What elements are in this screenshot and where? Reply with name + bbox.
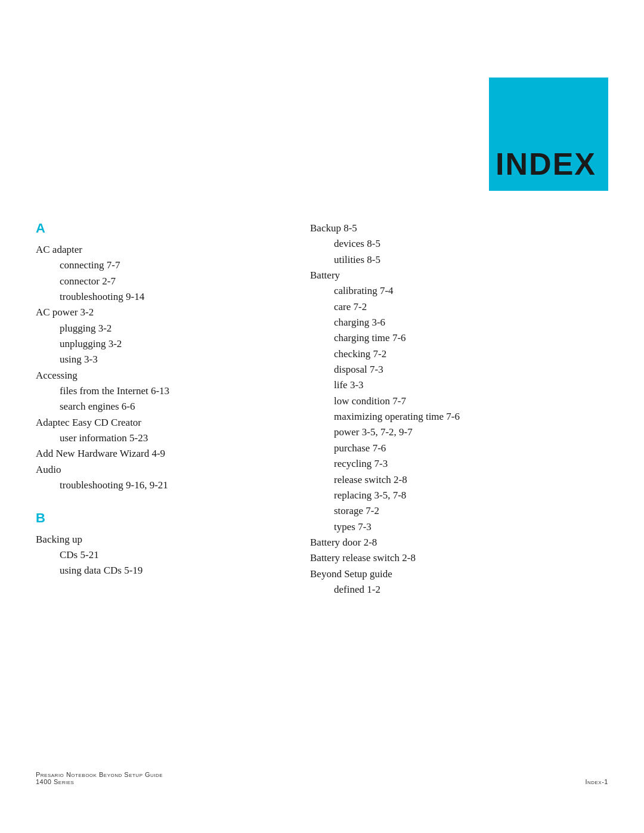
list-item: Battery: [310, 268, 608, 283]
list-item: checking 7-2: [310, 346, 608, 362]
list-item: recycling 7-3: [310, 456, 608, 472]
list-item: charging time 7-6: [310, 330, 608, 346]
list-item: life 3-3: [310, 377, 608, 393]
index-title: Index: [496, 146, 596, 182]
list-item: storage 7-2: [310, 503, 608, 519]
list-item: plugging 3-2: [36, 321, 286, 336]
list-item: troubleshooting 9-16, 9-21: [36, 478, 286, 493]
column-right: Backup 8-5 devices 8-5 utilities 8-5 Bat…: [310, 221, 608, 597]
list-item: care 7-2: [310, 299, 608, 315]
list-item: using data CDs 5-19: [36, 563, 286, 578]
footer-left-line1: Presario Notebook Beyond Setup Guide: [36, 771, 163, 778]
list-item: AC adapter: [36, 242, 286, 258]
list-item: calibrating 7-4: [310, 283, 608, 299]
list-item: maximizing operating time 7-6: [310, 409, 608, 425]
section-header-a: A: [36, 221, 286, 236]
content-area: A AC adapter connecting 7-7 connector 2-…: [36, 221, 608, 597]
list-item: troubleshooting 9-14: [36, 289, 286, 305]
page: Index A AC adapter connecting 7-7 connec…: [0, 0, 644, 833]
footer-left-line2: 1400 Series: [36, 778, 163, 785]
list-item: disposal 7-3: [310, 362, 608, 377]
footer-right: Index-1: [585, 778, 608, 785]
list-item: Battery door 2-8: [310, 535, 608, 550]
list-item: utilities 8-5: [310, 252, 608, 268]
list-item: low condition 7-7: [310, 394, 608, 409]
list-item: power 3-5, 7-2, 9-7: [310, 425, 608, 440]
list-item: Battery release switch 2-8: [310, 550, 608, 566]
index-box: Index: [489, 78, 608, 191]
list-item: defined 1-2: [310, 582, 608, 597]
list-item: Backup 8-5: [310, 221, 608, 236]
list-item: connector 2-7: [36, 274, 286, 289]
list-item: Adaptec Easy CD Creator: [36, 415, 286, 431]
list-item: Backing up: [36, 532, 286, 547]
list-item: user information 5-23: [36, 431, 286, 446]
column-left: A AC adapter connecting 7-7 connector 2-…: [36, 221, 286, 597]
list-item: Accessing: [36, 368, 286, 383]
list-item: AC power 3-2: [36, 305, 286, 320]
list-item: Beyond Setup guide: [310, 566, 608, 582]
list-item: unplugging 3-2: [36, 336, 286, 352]
list-item: search engines 6-6: [36, 399, 286, 414]
footer-left: Presario Notebook Beyond Setup Guide 140…: [36, 771, 163, 785]
footer: Presario Notebook Beyond Setup Guide 140…: [36, 771, 608, 785]
section-header-b: B: [36, 510, 286, 526]
list-item: CDs 5-21: [36, 547, 286, 563]
section-a: A AC adapter connecting 7-7 connector 2-…: [36, 221, 286, 494]
list-item: connecting 7-7: [36, 258, 286, 273]
list-item: release switch 2-8: [310, 472, 608, 488]
list-item: using 3-3: [36, 352, 286, 367]
list-item: Add New Hardware Wizard 4-9: [36, 446, 286, 462]
list-item: types 7-3: [310, 519, 608, 535]
section-b: B Backing up CDs 5-21 using data CDs 5-1…: [36, 510, 286, 579]
list-item: charging 3-6: [310, 315, 608, 330]
list-item: devices 8-5: [310, 236, 608, 252]
list-item: Audio: [36, 462, 286, 478]
list-item: purchase 7-6: [310, 441, 608, 456]
list-item: replacing 3-5, 7-8: [310, 488, 608, 503]
list-item: files from the Internet 6-13: [36, 383, 286, 399]
